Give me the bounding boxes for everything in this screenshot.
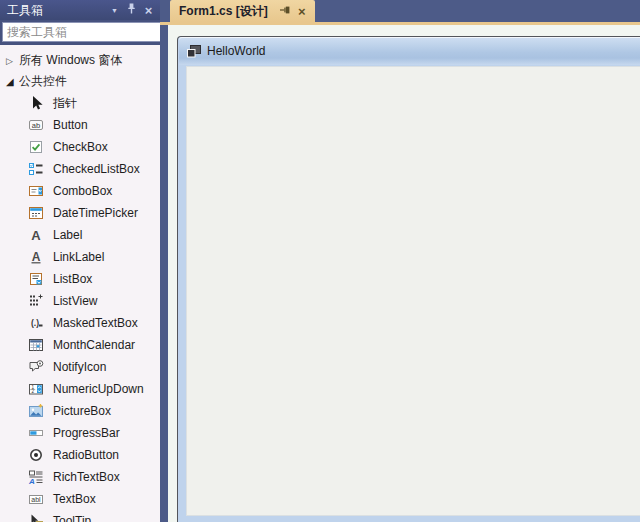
- toolbox-pin-button[interactable]: [123, 2, 140, 18]
- toolbox-item-label: RadioButton: [53, 448, 119, 462]
- toolbox-item-notifyicon[interactable]: NotifyIcon: [0, 356, 160, 378]
- button-icon: ab: [28, 117, 44, 133]
- toolbox-search-row: ▼: [0, 20, 160, 45]
- tree-group-all-windows-forms[interactable]: ▷ 所有 Windows 窗体: [0, 50, 160, 71]
- tree-group-label: 公共控件: [19, 73, 67, 90]
- datetimepicker-icon: [28, 205, 44, 221]
- vs-window: 工具箱 ▼ × ▼ ▷ 所有 Windows 窗体 ◢ 公共控件 指针abBut…: [0, 0, 640, 522]
- toolbox-item-label: ListView: [53, 294, 97, 308]
- window-position-button[interactable]: ▼: [106, 2, 123, 18]
- designed-form[interactable]: HelloWorld: [177, 36, 640, 522]
- toolbox-item-checkedlistbox[interactable]: CheckedListBox: [0, 158, 160, 180]
- form-title: HelloWorld: [207, 44, 265, 58]
- monthcalendar-icon: [28, 337, 44, 353]
- toolbox-item-checkbox[interactable]: CheckBox: [0, 136, 160, 158]
- toolbox-item-label: ToolTip: [53, 514, 91, 522]
- combobox-icon: [28, 183, 44, 199]
- toolbox-item-label: MonthCalendar: [53, 338, 135, 352]
- toolbox-item-button[interactable]: abButton: [0, 114, 160, 136]
- toolbox-item-listbox[interactable]: ListBox: [0, 268, 160, 290]
- toolbox-title: 工具箱: [7, 2, 106, 19]
- toolbox-item-label: ComboBox: [53, 184, 112, 198]
- toolbox-item-numericupdown[interactable]: 12NumericUpDown: [0, 378, 160, 400]
- designer-surface[interactable]: HelloWorld: [168, 25, 640, 522]
- tab-bar: Form1.cs [设计] ×: [160, 0, 640, 22]
- picturebox-icon: [28, 403, 44, 419]
- pointer-icon: [28, 95, 44, 111]
- toolbox-item-label: MaskedTextBox: [53, 316, 138, 330]
- radiobutton-icon: [28, 447, 44, 463]
- toolbox-item-label: PictureBox: [53, 404, 111, 418]
- checkbox-icon: [28, 139, 44, 155]
- listbox-icon: [28, 271, 44, 287]
- svg-text:A: A: [28, 477, 35, 486]
- svg-text:2: 2: [32, 389, 35, 394]
- form-titlebar[interactable]: HelloWorld: [179, 37, 640, 65]
- toolbox-item-textbox[interactable]: ablTextBox: [0, 488, 160, 510]
- svg-text:(.): (.): [31, 318, 39, 328]
- pin-icon: [127, 3, 136, 17]
- toolbox-item-maskedtextbox[interactable]: (.)MaskedTextBox: [0, 312, 160, 334]
- toolbox-panel: 工具箱 ▼ × ▼ ▷ 所有 Windows 窗体 ◢ 公共控件 指针abBut…: [0, 0, 160, 522]
- close-icon: ×: [298, 5, 306, 18]
- toolbox-item-label: Button: [53, 118, 88, 132]
- toolbox-item-tooltip[interactable]: ToolTip: [0, 510, 160, 522]
- collapsed-arrow-icon: ▷: [6, 56, 19, 66]
- toolbox-item-label: NumericUpDown: [53, 382, 144, 396]
- document-area: Form1.cs [设计] × HelloWorld: [160, 0, 640, 522]
- listview-icon: [28, 293, 44, 309]
- toolbox-item-label: NotifyIcon: [53, 360, 106, 374]
- toolbox-item-label: CheckedListBox: [53, 162, 140, 176]
- toolbox-close-button[interactable]: ×: [140, 2, 157, 18]
- toolbox-item-label: DateTimePicker: [53, 206, 138, 220]
- toolbox-item-label: ListBox: [53, 272, 92, 286]
- form-client-area[interactable]: [186, 66, 640, 516]
- richtextbox-icon: A: [28, 469, 44, 485]
- pin-icon: [280, 4, 291, 18]
- progressbar-icon: [28, 425, 44, 441]
- tree-group-label: 所有 Windows 窗体: [19, 52, 122, 69]
- toolbox-item-linklabel[interactable]: ALinkLabel: [0, 246, 160, 268]
- toolbox-item-progressbar[interactable]: ProgressBar: [0, 422, 160, 444]
- toolbox-item-label[interactable]: ALabel: [0, 224, 160, 246]
- textbox-icon: abl: [28, 491, 44, 507]
- tab-form1-design[interactable]: Form1.cs [设计] ×: [170, 0, 315, 22]
- toolbox-tree: ▷ 所有 Windows 窗体 ◢ 公共控件 指针abButtonCheckBo…: [0, 45, 160, 522]
- toolbox-item-label: TextBox: [53, 492, 96, 506]
- numericupdown-icon: 12: [28, 381, 44, 397]
- toolbox-titlebar[interactable]: 工具箱 ▼ ×: [0, 0, 160, 20]
- notifyicon-icon: [28, 359, 44, 375]
- toolbox-item-picturebox[interactable]: PictureBox: [0, 400, 160, 422]
- expanded-arrow-icon: ◢: [6, 76, 19, 87]
- toolbox-item-radiobutton[interactable]: RadioButton: [0, 444, 160, 466]
- toolbox-item-listview[interactable]: ListView: [0, 290, 160, 312]
- svg-text:abl: abl: [31, 496, 41, 503]
- toolbox-item-指针[interactable]: 指针: [0, 92, 160, 114]
- toolbox-item-combobox[interactable]: ComboBox: [0, 180, 160, 202]
- toolbox-item-label: RichTextBox: [53, 470, 120, 484]
- toolbox-item-datetimepicker[interactable]: DateTimePicker: [0, 202, 160, 224]
- chevron-down-icon: ▼: [111, 7, 118, 14]
- close-icon: ×: [145, 4, 153, 17]
- search-input[interactable]: [3, 25, 166, 39]
- svg-text:A: A: [31, 228, 41, 243]
- tab-pin-button[interactable]: [279, 3, 293, 19]
- tooltip-icon: [28, 513, 44, 522]
- maskedtextbox-icon: (.): [28, 315, 44, 331]
- toolbox-item-label: Label: [53, 228, 82, 242]
- svg-text:A: A: [32, 250, 41, 264]
- linklabel-icon: A: [28, 249, 44, 265]
- toolbox-item-monthcalendar[interactable]: MonthCalendar: [0, 334, 160, 356]
- toolbox-item-label: LinkLabel: [53, 250, 104, 264]
- form-icon: [187, 45, 201, 58]
- toolbox-item-label: ProgressBar: [53, 426, 120, 440]
- tab-label: Form1.cs [设计]: [179, 3, 268, 20]
- checkedlistbox-icon: [28, 161, 44, 177]
- label-icon: A: [28, 227, 44, 243]
- toolbox-item-label: CheckBox: [53, 140, 108, 154]
- tree-group-common-controls[interactable]: ◢ 公共控件: [0, 71, 160, 92]
- tab-close-button[interactable]: ×: [295, 3, 309, 19]
- toolbox-item-label: 指针: [53, 95, 77, 112]
- toolbox-item-list: 指针abButtonCheckBoxCheckedListBoxComboBox…: [0, 92, 160, 522]
- toolbox-item-richtextbox[interactable]: ARichTextBox: [0, 466, 160, 488]
